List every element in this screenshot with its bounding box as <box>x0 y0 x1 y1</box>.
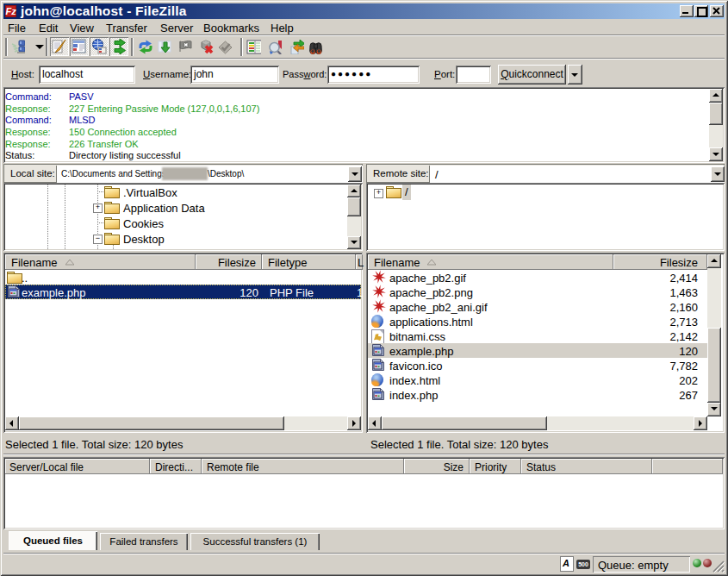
svg-text:Fz: Fz <box>6 6 17 16</box>
